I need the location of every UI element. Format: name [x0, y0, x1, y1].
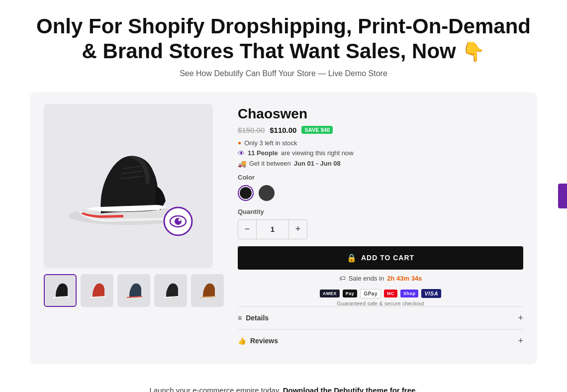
original-price: $150.00: [238, 126, 265, 134]
color-swatch-black[interactable]: [238, 185, 254, 201]
thumbnail-2[interactable]: [81, 274, 113, 307]
quantity-decrease[interactable]: −: [238, 220, 256, 239]
cart-icon: 🔒: [347, 253, 357, 263]
svg-point-6: [175, 218, 182, 225]
color-swatches: [238, 185, 523, 201]
stock-icon: ●: [238, 139, 241, 146]
details-accordion[interactable]: ≡ Details +: [238, 306, 523, 329]
sale-timer: 🏷 Sale ends in 2h 43m 34s: [238, 275, 523, 282]
title-text: Only For Shopify Dropshipping, Print-On-…: [36, 14, 531, 63]
details-label: ≡ Details: [238, 314, 269, 322]
sale-prefix: Sale ends in: [349, 275, 384, 282]
reviews-expand-icon: +: [518, 336, 523, 346]
amex-badge: AMEX: [320, 290, 340, 297]
timer-value: 2h 43m 34s: [387, 275, 422, 282]
sale-price: $110.00: [270, 126, 296, 134]
delivery-row: 🚚 Get it between Jun 01 - Jun 08: [238, 160, 523, 168]
add-to-cart-label: ADD TO CART: [361, 254, 414, 262]
header: Only For Shopify Dropshipping, Print-On-…: [0, 0, 567, 87]
stock-text: Only 3 left in stock: [244, 139, 297, 147]
viewers-row: 👁 11 People are viewing this right now: [238, 149, 523, 157]
add-to-cart-button[interactable]: 🔒 ADD TO CART: [238, 246, 523, 270]
payment-icons: AMEX Pay GPay MC Shop VISA: [238, 289, 523, 298]
mastercard-badge: MC: [384, 290, 397, 297]
save-badge: SAVE $40: [301, 126, 333, 134]
viewers-icon: 👁: [238, 149, 245, 157]
subtitle: See How Debutify Can Buff Your Store — L…: [30, 69, 537, 78]
main-product-image: [44, 104, 213, 268]
pointing-emoji: 👇: [462, 41, 485, 62]
payment-section: AMEX Pay GPay MC Shop VISA Guaranteed sa…: [238, 289, 523, 306]
footer-line-1: Launch your e-commerce empire today. Dow…: [30, 384, 537, 392]
viewers-count: 11 People: [248, 149, 278, 157]
details-icon: ≡: [238, 314, 242, 322]
details-expand-icon: +: [518, 313, 523, 323]
download-link[interactable]: Download the Debutify theme for free.: [283, 386, 418, 392]
thumbnail-3[interactable]: [117, 274, 150, 307]
visa-badge: VISA: [421, 289, 441, 298]
gpay-badge: GPay: [360, 289, 381, 298]
product-images: [44, 104, 224, 307]
secure-text: Guaranteed safe & secure checkout: [238, 300, 523, 306]
tag-icon: 🏷: [339, 275, 346, 282]
delivery-dates: Jun 01 - Jun 08: [294, 160, 341, 167]
page-title: Only For Shopify Dropshipping, Print-On-…: [30, 14, 537, 64]
thumbnail-5[interactable]: [191, 274, 224, 307]
svg-point-7: [179, 218, 181, 221]
product-name: Chaoswen: [238, 106, 523, 122]
eye-icon: [163, 206, 193, 236]
reviews-icon: 👍: [238, 337, 246, 345]
product-info: Chaoswen $150.00 $110.00 SAVE $40 ● Only…: [238, 104, 523, 352]
eye-overlay: [163, 206, 193, 238]
quantity-selector: − 1 +: [238, 219, 307, 239]
reviews-accordion[interactable]: 👍 Reviews +: [238, 329, 523, 352]
viewers-text: are viewing this right now: [281, 149, 354, 157]
right-edge-accent: [558, 184, 567, 208]
quantity-label: Quantity: [238, 208, 523, 215]
delivery-prefix: Get it between: [249, 160, 291, 167]
truck-icon: 🚚: [238, 160, 246, 168]
color-swatch-gray[interactable]: [259, 185, 275, 201]
reviews-label: 👍 Reviews: [238, 337, 278, 345]
stock-row: ● Only 3 left in stock: [238, 139, 523, 147]
thumbnail-1[interactable]: [44, 274, 77, 307]
thumbnail-4[interactable]: [154, 274, 187, 307]
thumbnail-list: [44, 274, 224, 307]
color-label: Color: [238, 174, 523, 181]
footer: Launch your e-commerce empire today. Dow…: [0, 374, 567, 392]
demo-container: Chaoswen $150.00 $110.00 SAVE $40 ● Only…: [30, 92, 537, 364]
quantity-increase[interactable]: +: [289, 220, 307, 239]
quantity-value: 1: [256, 220, 289, 239]
shopify-pay-badge: Shop: [400, 290, 419, 297]
apple-pay-badge: Pay: [343, 290, 358, 297]
product-layout: Chaoswen $150.00 $110.00 SAVE $40 ● Only…: [44, 104, 523, 352]
price-row: $150.00 $110.00 SAVE $40: [238, 126, 523, 134]
